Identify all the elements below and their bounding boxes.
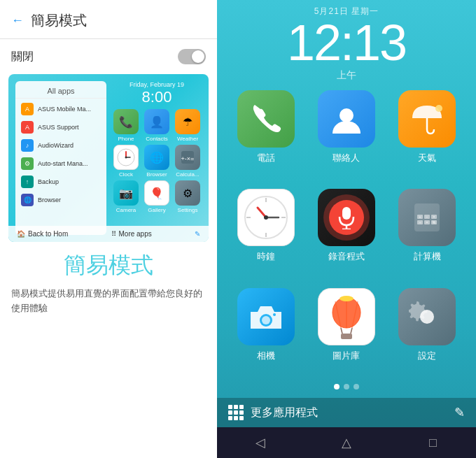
back-to-home-btn[interactable]: 🏠 Back to Hom: [17, 230, 68, 238]
contacts-label: 聯絡人: [332, 152, 360, 164]
browser-icon: 🌐: [144, 145, 169, 170]
recorder-app-icon: [318, 189, 375, 246]
svg-text:%: %: [433, 220, 436, 224]
page-dot-2: [344, 384, 349, 389]
svg-point-16: [264, 215, 268, 220]
preview-app-settings: ⚙ Settings: [174, 180, 202, 213]
app-phone[interactable]: 電話: [228, 90, 303, 183]
bottom-bar: 更多應用程式 ✎: [217, 398, 476, 427]
preview-bottom-bar: 🏠 Back to Hom ⠿ More apps ✎: [8, 226, 209, 242]
edit-pencil-icon[interactable]: ✎: [195, 230, 200, 238]
page-title: 簡易模式: [31, 11, 87, 30]
page-indicator: [217, 381, 476, 392]
camera-app-icon: [237, 288, 295, 345]
camera-icon: 📷: [113, 180, 139, 206]
app-name: AudioWizard: [38, 142, 74, 149]
settings-app-icon: [398, 288, 456, 345]
grid-icon: [228, 405, 244, 420]
preview-apps: 📞 Phone 👤 Contacts ☂ Weather: [112, 109, 202, 213]
ampm-display: 上午: [217, 69, 476, 82]
edit-icon[interactable]: ✎: [454, 405, 465, 420]
toggle-row: 關閉: [0, 39, 217, 74]
right-panel: 5月21日 星期一 12:13 上午 電話 聯絡人: [217, 0, 476, 458]
app-name: Auto-start Mana...: [38, 160, 88, 167]
preview-app-clock: Clock: [112, 145, 140, 178]
clock-icon: [113, 145, 139, 170]
app-name: ASUS Support: [38, 124, 79, 131]
app-label: Weather: [177, 136, 198, 142]
svg-text:=: =: [426, 220, 428, 224]
easy-mode-toggle[interactable]: [178, 49, 206, 64]
more-apps-button[interactable]: 更多應用程式: [251, 406, 447, 420]
preview-date: Friday, February 19: [112, 81, 202, 88]
app-settings[interactable]: 設定: [390, 288, 465, 381]
preview-app-phone: 📞 Phone: [112, 109, 140, 142]
app-label: Phone: [118, 136, 134, 142]
weather-icon: ☂: [175, 109, 200, 134]
app-recorder[interactable]: 錄音程式: [309, 189, 384, 282]
back-nav-button[interactable]: ◁: [246, 435, 274, 450]
svg-line-41: [341, 328, 342, 334]
gallery-label: 圖片庫: [332, 350, 360, 362]
svg-text:÷: ÷: [419, 220, 421, 224]
left-panel: ← 簡易模式 關閉 All apps A ASUS Mobile Ma... A…: [0, 0, 217, 458]
page-dot-3: [354, 384, 359, 389]
app-label: Contacts: [146, 136, 168, 142]
home-nav-button[interactable]: △: [332, 435, 360, 450]
app-label: Browser: [146, 171, 167, 178]
back-button[interactable]: ←: [11, 13, 24, 28]
svg-text:−: −: [426, 215, 428, 219]
preview-app-calculator: +-×= Calcula...: [174, 145, 202, 178]
app-icon: 🌐: [21, 194, 34, 206]
preview-app-browser: 🌐 Browser: [143, 145, 171, 178]
app-icon: A: [21, 121, 34, 134]
svg-point-34: [262, 316, 270, 324]
nav-bar: ◁ △ □: [217, 427, 476, 458]
list-item: ↑ Backup: [15, 173, 106, 191]
app-icon: ♪: [21, 139, 34, 152]
settings-label: 設定: [418, 350, 436, 362]
easy-mode-title: 簡易模式: [0, 242, 217, 287]
preview-time: 8:00: [112, 90, 202, 105]
settings-icon: ⚙: [175, 180, 200, 206]
description-text: 簡易模式提供易用直覺的界面配置帶給您良好的使用體驗: [0, 287, 217, 316]
app-weather[interactable]: 天氣: [390, 90, 465, 183]
calculator-label: 計算機: [414, 250, 441, 263]
app-camera[interactable]: 相機: [228, 288, 303, 381]
preview-app-camera: 📷 Camera: [112, 180, 140, 213]
contacts-icon: 👤: [144, 109, 169, 134]
preview-app-list: All apps A ASUS Mobile Ma... A ASUS Supp…: [15, 81, 106, 235]
left-header: ← 簡易模式: [0, 0, 217, 39]
back-home-label: Back to Hom: [28, 230, 68, 238]
gallery-icon: 🎈: [144, 180, 169, 206]
app-clock[interactable]: 時鐘: [228, 189, 303, 282]
svg-rect-17: [342, 207, 351, 220]
app-name: Browser: [38, 196, 61, 203]
app-icon: ↑: [21, 176, 34, 188]
svg-point-35: [273, 313, 276, 316]
app-icon: A: [21, 103, 34, 115]
page-dot-1: [334, 384, 340, 389]
toggle-label: 關閉: [11, 50, 34, 64]
app-contacts[interactable]: 聯絡人: [309, 90, 384, 183]
app-label: Gallery: [148, 207, 165, 213]
app-label: Clock: [119, 171, 133, 178]
clock-app-icon: [237, 189, 295, 246]
more-apps-btn[interactable]: ⠿ More apps: [111, 230, 152, 238]
app-name: ASUS Mobile Ma...: [38, 106, 91, 113]
app-calculator[interactable]: + − × ÷ = % 計算機: [390, 189, 465, 282]
list-item: A ASUS Support: [15, 118, 106, 136]
mic-icon: [329, 200, 364, 235]
preview-app-gallery: 🎈 Gallery: [143, 180, 171, 213]
svg-text:+-×=: +-×=: [181, 155, 195, 162]
preview-list-header: All apps: [15, 85, 106, 99]
calculator-app-icon: + − × ÷ = %: [398, 189, 456, 246]
svg-point-3: [125, 157, 127, 159]
list-item: ♪ AudioWizard: [15, 136, 106, 155]
preview-app-contacts: 👤 Contacts: [143, 109, 171, 142]
app-gallery[interactable]: 圖片庫: [309, 288, 384, 381]
app-label: Settings: [178, 207, 198, 213]
list-item: A ASUS Mobile Ma...: [15, 100, 106, 118]
recent-nav-button[interactable]: □: [419, 436, 447, 450]
weather-app-icon: [398, 90, 456, 148]
